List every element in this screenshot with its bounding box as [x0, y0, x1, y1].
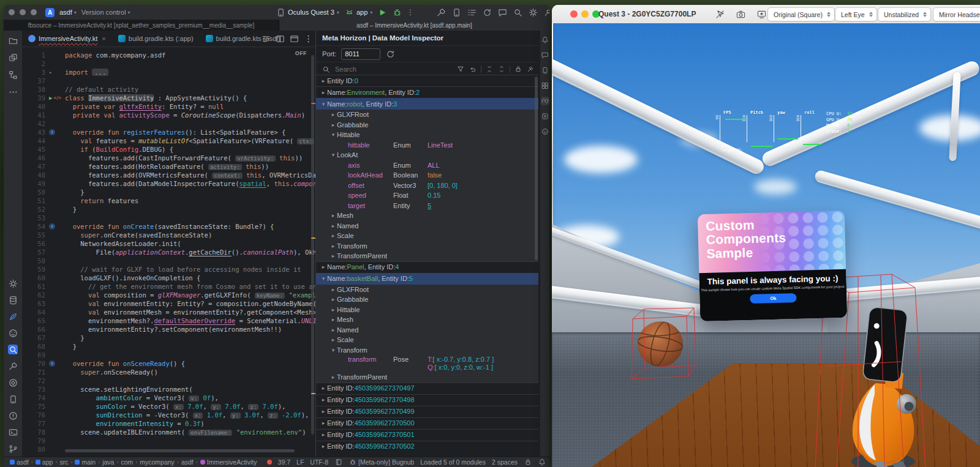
todo-list-icon[interactable]	[467, 7, 477, 17]
tree-arrow-icon[interactable]: ▸	[320, 443, 327, 449]
tree-arrow-icon[interactable]: ▸	[320, 408, 327, 414]
tree-arrow-icon[interactable]: ▸	[320, 420, 327, 426]
commit-icon[interactable]	[8, 53, 18, 62]
editor-tab[interactable]: build.gradle.kts (:app)	[112, 31, 200, 47]
record-icon[interactable]	[756, 9, 766, 19]
project-menu[interactable]: asdf▾	[59, 9, 77, 16]
property-row[interactable]: offsetVector3[0, 180, 0]	[316, 181, 538, 191]
override-gutter-icon[interactable]: ↑	[49, 128, 65, 136]
minimize-window-button[interactable]	[20, 9, 26, 15]
breadcrumb-item[interactable]: mycompany	[140, 458, 175, 466]
tree-arrow-icon[interactable]: ▸	[330, 243, 337, 249]
run-gutter-icon[interactable]: ▶</>	[49, 94, 65, 102]
property-row[interactable]: transformPoseT:[ x:-0.7, y:0.8, z:0.7 ]Q…	[316, 355, 538, 372]
app-inspection-icon[interactable]	[8, 378, 18, 387]
tab-list-icon[interactable]	[261, 34, 271, 43]
breadcrumb-item[interactable]: java	[102, 458, 114, 466]
component-row[interactable]: ▸Transform	[316, 241, 538, 252]
lock-icon[interactable]	[514, 65, 522, 73]
sync-project-icon[interactable]	[482, 7, 492, 17]
tree-arrow-icon[interactable]: ▸	[330, 307, 337, 313]
entity-row[interactable]: ▸Entity ID: 4503599627370500	[316, 417, 538, 429]
expand-all-icon[interactable]	[497, 65, 506, 73]
entity-row[interactable]: ▸Name: Environment, Entity ID: 2	[316, 86, 538, 98]
emoji-icon[interactable]	[541, 127, 549, 136]
dropdown-left-eye[interactable]: Left Eye	[835, 7, 877, 21]
component-row[interactable]: ▸Named	[316, 221, 538, 231]
reader-mode[interactable]	[334, 458, 342, 466]
tree-arrow-icon[interactable]: ▾	[320, 275, 327, 282]
running-devices-icon[interactable]	[541, 112, 549, 121]
file-encoding[interactable]: UTF-8	[310, 458, 328, 466]
dropdown-mirror-headset[interactable]: Mirror Headset	[933, 7, 980, 21]
inspector-scrollbar[interactable]	[535, 77, 538, 260]
component-row[interactable]: ▸TransformParent	[316, 372, 538, 383]
fold-arrow-icon[interactable]: ▸	[49, 68, 65, 77]
search-input[interactable]	[334, 65, 453, 73]
notifications-icon[interactable]	[541, 35, 549, 44]
dropdown-original-square-[interactable]: Original (Square)	[767, 7, 835, 21]
breadcrumb-item[interactable]: asdf	[181, 458, 194, 466]
close-window-button[interactable]	[570, 10, 578, 18]
debug-button[interactable]	[392, 7, 402, 17]
run-configuration[interactable]: app▾	[344, 7, 372, 17]
tree-arrow-icon[interactable]: ▸	[330, 122, 337, 128]
meta-horizon-icon[interactable]	[541, 97, 549, 105]
error-stripe[interactable]	[311, 103, 315, 104]
dropdown-unstabilized[interactable]: Unstabilized	[878, 7, 931, 21]
close-window-button[interactable]	[9, 9, 15, 15]
component-row[interactable]: ▸Grabbable	[316, 294, 538, 305]
component-row[interactable]: ▾Transform	[316, 345, 538, 356]
assistant-icon[interactable]	[541, 51, 549, 59]
filter-icon[interactable]	[456, 65, 465, 73]
build-tool-icon[interactable]	[8, 361, 18, 371]
tree-arrow-icon[interactable]: ▸	[330, 223, 337, 229]
override-gutter-icon[interactable]: ↑	[49, 359, 65, 368]
warning-stripe[interactable]	[311, 237, 315, 239]
component-row[interactable]: ▸Hittable	[316, 305, 538, 315]
tree-arrow-icon[interactable]: ▸	[330, 253, 337, 259]
collapse-all-icon[interactable]	[485, 65, 494, 73]
caret-position[interactable]: 39:7	[278, 458, 290, 466]
vcs-menu[interactable]: Version control▾	[81, 9, 130, 16]
breadcrumb-item[interactable]: asdf	[10, 458, 29, 466]
refresh-icon[interactable]	[385, 49, 395, 59]
run-button[interactable]	[377, 7, 387, 17]
device-manager-icon[interactable]	[451, 7, 461, 17]
tree-arrow-icon[interactable]: ▸	[330, 212, 337, 219]
tree-arrow-icon[interactable]: ▾	[320, 101, 327, 107]
emulator-icon[interactable]	[8, 328, 18, 338]
tree-arrow-icon[interactable]: ▸	[320, 385, 327, 391]
breadcrumb-item[interactable]: app	[36, 458, 53, 466]
component-row[interactable]: ▸Mesh	[316, 315, 538, 325]
tree-arrow-icon[interactable]: ▸	[330, 286, 337, 293]
indent-setting[interactable]: 2 spaces	[492, 458, 518, 466]
code-editor[interactable]: ImmersiveActivity.kt×build.gradle.kts (:…	[22, 31, 315, 457]
tree-arrow-icon[interactable]: ▸	[320, 264, 327, 270]
window-tab-fbsource[interactable]: fbsource – ImmersiveActivity.kt [xplat_a…	[4, 20, 279, 31]
entity-row[interactable]: ▸Entity ID: 4503599627370502	[316, 441, 538, 452]
tree-arrow-icon[interactable]: ▸	[320, 78, 327, 84]
line-separator[interactable]: LF	[296, 458, 304, 466]
detach-editor-icon[interactable]	[289, 34, 299, 43]
component-row[interactable]: ▸TransformParent	[316, 251, 538, 261]
component-row[interactable]: ▸Mesh	[316, 211, 538, 221]
recording-indicator[interactable]	[267, 460, 272, 465]
entity-row[interactable]: ▾Name: basketBall, Entity ID: 5	[316, 273, 538, 285]
logcat-icon[interactable]	[8, 394, 18, 404]
zoom-window-button[interactable]	[31, 9, 37, 15]
component-row[interactable]: ▾Hittable	[316, 130, 538, 140]
tree-arrow-icon[interactable]: ▾	[330, 347, 337, 353]
rollback-icon[interactable]	[469, 65, 477, 73]
problems-icon[interactable]	[8, 411, 18, 420]
tree-arrow-icon[interactable]: ▸	[320, 397, 327, 403]
component-row[interactable]: ▸Grabbable	[316, 120, 538, 130]
code-area[interactable]: 1package com.mycompany.asdf23▸import ...…	[22, 51, 315, 457]
breadcrumb-item[interactable]: src	[59, 458, 68, 466]
terminal-icon[interactable]	[8, 427, 18, 437]
component-row[interactable]: ▾LookAt	[316, 150, 538, 160]
port-input[interactable]	[341, 48, 380, 60]
tree-arrow-icon[interactable]: ▸	[330, 316, 337, 323]
notifications[interactable]	[538, 458, 546, 466]
search-everywhere-icon[interactable]	[513, 7, 522, 17]
